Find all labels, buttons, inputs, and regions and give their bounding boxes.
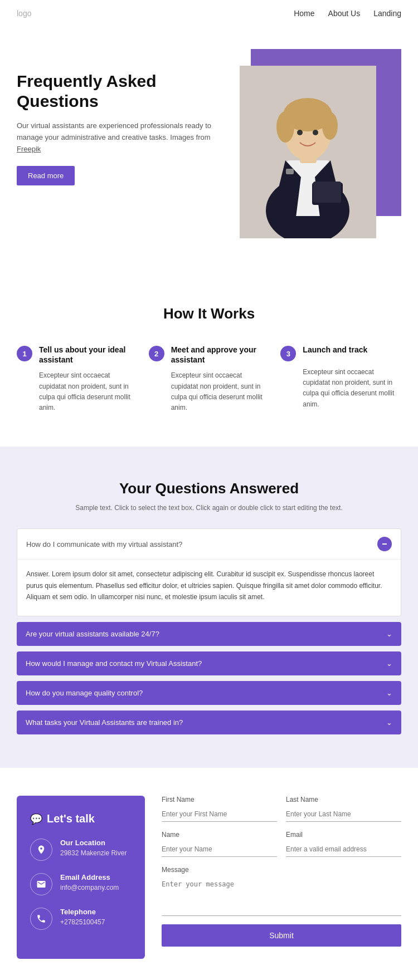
person-illustration [240, 66, 376, 238]
message-textarea[interactable] [162, 877, 401, 916]
contact-card-title: 💬 Let's talk [30, 812, 132, 825]
hero-title: Frequently Asked Questions [17, 71, 217, 111]
nav-links: Home About Us Landing [294, 9, 401, 18]
contact-phone-text: Telephone +27825100457 [60, 908, 105, 926]
step-3-header: 3 Launch and track [280, 345, 401, 361]
logo: logo [17, 9, 31, 18]
email-label: Email Address [60, 873, 119, 881]
form-row-2: Name Email [162, 831, 401, 857]
hero-description: Our virtual assistants are experienced p… [17, 120, 217, 155]
x-icon [381, 541, 388, 547]
hero-image-wrap [234, 49, 401, 238]
hero-section: Frequently Asked Questions Our virtual a… [0, 27, 418, 272]
nav-about[interactable]: About Us [328, 9, 361, 18]
step-2-desc: Excepteur sint occaecat cupidatat non pr… [149, 370, 270, 413]
faq-item-expanded-header[interactable]: How do I communicate with my virtual ass… [17, 529, 401, 559]
svg-point-12 [313, 130, 318, 135]
form-group-email: Email [286, 831, 401, 857]
email-input[interactable] [286, 842, 401, 857]
step-1: 1 Tell us about your ideal assistant Exc… [17, 345, 138, 413]
step-2-title: Meet and approve your assistant [171, 345, 270, 365]
faq-item-5[interactable]: What tasks your Virtual Assistants are t… [17, 710, 401, 734]
svg-point-11 [297, 130, 303, 135]
faq-section: Your Questions Answered Sample text. Cli… [0, 447, 418, 768]
read-more-button[interactable]: Read more [17, 166, 75, 185]
location-value: 29832 Makenzie River [60, 849, 127, 857]
submit-button[interactable]: Submit [162, 924, 401, 947]
contact-section: 💬 Let's talk Our Location 29832 Makenzie… [0, 768, 418, 980]
faq-question-4: How do you manage quality control? [26, 689, 143, 697]
navbar: logo Home About Us Landing [0, 0, 418, 27]
faq-item-2[interactable]: Are your virtual assistants available 24… [17, 622, 401, 646]
contact-location-text: Our Location 29832 Makenzie River [60, 839, 127, 857]
chevron-down-icon-3: ⌄ [386, 659, 392, 668]
nav-landing[interactable]: Landing [373, 9, 401, 18]
step-3-title: Launch and track [303, 345, 367, 355]
email-value: info@company.com [60, 884, 119, 891]
phone-value: +27825100457 [60, 918, 105, 926]
svg-rect-15 [286, 169, 294, 174]
contact-email-text: Email Address info@company.com [60, 873, 119, 891]
contact-phone: Telephone +27825100457 [30, 908, 132, 930]
steps-container: 1 Tell us about your ideal assistant Exc… [17, 345, 401, 413]
step-1-desc: Excepteur sint occaecat cupidatat non pr… [17, 370, 138, 413]
location-icon-circle [30, 839, 52, 861]
svg-point-8 [276, 111, 294, 143]
step-2-header: 2 Meet and approve your assistant [149, 345, 270, 365]
chevron-down-icon-4: ⌄ [386, 689, 392, 697]
form-row-1: First Name Last Name [162, 796, 401, 822]
faq-item-4[interactable]: How do you manage quality control? ⌄ [17, 681, 401, 705]
faq-question-3: How would I manage and contact my Virtua… [26, 659, 202, 668]
name-label: Name [162, 831, 277, 839]
faq-item-3[interactable]: How would I manage and contact my Virtua… [17, 651, 401, 675]
chevron-down-icon-2: ⌄ [386, 630, 392, 638]
name-input[interactable] [162, 842, 277, 857]
freepik-link[interactable]: Freepik [17, 145, 41, 153]
step-1-title: Tell us about your ideal assistant [39, 345, 138, 365]
first-name-label: First Name [162, 796, 277, 803]
faq-question-1: How do I communicate with my virtual ass… [26, 540, 182, 548]
step-3: 3 Launch and track Excepteur sint occaec… [280, 345, 401, 413]
faq-expand-icon[interactable] [377, 537, 392, 551]
faq-item-expanded[interactable]: How do I communicate with my virtual ass… [17, 528, 401, 616]
faq-subtitle: Sample text. Click to select the text bo… [17, 504, 401, 512]
location-icon [36, 845, 46, 855]
phone-label: Telephone [60, 908, 105, 916]
form-group-message: Message [162, 866, 401, 918]
step-2: 2 Meet and approve your assistant Except… [149, 345, 270, 413]
svg-point-9 [322, 112, 338, 140]
email-label: Email [286, 831, 401, 839]
how-it-works-section: How It Works 1 Tell us about your ideal … [0, 272, 418, 447]
email-icon [36, 879, 46, 889]
svg-point-10 [302, 100, 322, 115]
faq-answer-1: Answer. Lorem ipsum dolor sit amet, cons… [17, 559, 401, 616]
faq-title: Your Questions Answered [17, 480, 401, 497]
lets-talk-text: Let's talk [47, 812, 95, 825]
contact-form: First Name Last Name Name Email Message … [162, 796, 401, 947]
nav-home[interactable]: Home [294, 9, 314, 18]
faq-question-2: Are your virtual assistants available 24… [26, 630, 159, 638]
first-name-input[interactable] [162, 807, 277, 822]
step-3-desc: Excepteur sint occaecat cupidatat non pr… [280, 367, 401, 410]
contact-card: 💬 Let's talk Our Location 29832 Makenzie… [17, 796, 145, 959]
contact-location: Our Location 29832 Makenzie River [30, 839, 132, 861]
step-1-header: 1 Tell us about your ideal assistant [17, 345, 138, 365]
form-group-name: Name [162, 831, 277, 857]
svg-rect-14 [313, 182, 341, 203]
how-it-works-title: How It Works [17, 305, 401, 322]
step-3-number: 3 [280, 346, 296, 361]
email-icon-circle [30, 873, 52, 895]
location-label: Our Location [60, 839, 127, 847]
phone-icon-circle [30, 908, 52, 930]
step-2-number: 2 [149, 346, 164, 361]
chevron-down-icon-5: ⌄ [386, 718, 392, 727]
chat-icon: 💬 [30, 813, 42, 825]
phone-icon [36, 914, 46, 924]
step-1-number: 1 [17, 346, 32, 361]
contact-email: Email Address info@company.com [30, 873, 132, 895]
hero-image [240, 66, 376, 238]
form-group-lastname: Last Name [286, 796, 401, 822]
last-name-input[interactable] [286, 807, 401, 822]
hero-text: Frequently Asked Questions Our virtual a… [17, 49, 234, 185]
last-name-label: Last Name [286, 796, 401, 803]
